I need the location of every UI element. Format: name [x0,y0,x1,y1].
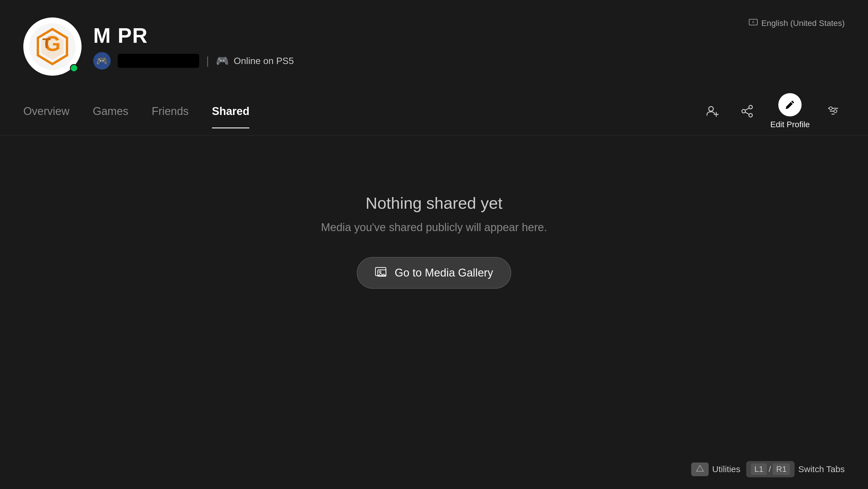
svg-line-13 [745,108,749,110]
r1-label: R1 [773,463,790,475]
filter-button[interactable] [822,100,845,123]
svg-text:A: A [752,20,754,24]
tab-games[interactable]: Games [93,100,128,122]
svg-text:T: T [42,35,51,51]
utilities-label: Utilities [712,464,740,474]
switch-tabs-btn[interactable]: L1 / R1 Switch Tabs [746,461,845,477]
empty-title: Nothing shared yet [366,194,502,213]
online-indicator [70,64,78,72]
share-button[interactable] [736,100,759,123]
language-indicator: A English (United States) [749,18,845,29]
triangle-badge [691,462,709,476]
svg-point-18 [829,107,832,110]
language-icon: A [749,18,758,29]
main-content: Nothing shared yet Media you've shared p… [0,135,868,347]
ps5-icon: 🎮 [216,55,229,67]
user-details: 🎮 | 🎮 Online on PS5 [93,52,294,70]
navigation: Overview Games Friends Shared [0,87,868,135]
empty-subtitle: Media you've shared publicly will appear… [321,221,547,234]
slash-label: / [769,464,771,474]
follow-button[interactable] [701,100,724,123]
l1-r1-badge: L1 / R1 [746,461,795,477]
avatar-container: G T [23,18,82,76]
media-gallery-icon [375,266,389,280]
online-status-text: Online on PS5 [234,56,293,66]
user-info: M PR 🎮 | 🎮 Online on PS5 [93,24,294,70]
online-status: 🎮 Online on PS5 [216,55,293,67]
svg-point-7 [709,106,713,111]
edit-profile-label: Edit Profile [770,120,810,129]
username: M PR [93,24,294,47]
svg-point-19 [834,110,837,112]
game-avatar-icon: 🎮 [93,52,111,70]
tab-shared[interactable]: Shared [212,100,250,122]
media-gallery-button[interactable]: Go to Media Gallery [357,257,511,289]
utilities-btn[interactable]: Utilities [691,462,740,476]
switch-tabs-label: Switch Tabs [798,464,845,474]
header: G T M PR 🎮 | 🎮 Online on PS5 A English (… [0,0,868,87]
bottom-bar: Utilities L1 / R1 Switch Tabs [691,461,845,477]
username-tag [118,54,199,68]
separator: | [206,55,209,67]
l1-label: L1 [751,463,767,475]
language-text: English (United States) [762,19,845,28]
svg-line-14 [745,112,749,115]
nav-tabs: Overview Games Friends Shared [23,100,249,122]
svg-marker-23 [696,465,704,471]
nav-actions: Edit Profile [701,93,845,129]
tab-friends[interactable]: Friends [152,100,189,122]
svg-point-22 [379,271,381,273]
edit-profile-button[interactable] [778,93,802,117]
tab-overview[interactable]: Overview [23,100,69,122]
edit-profile-container: Edit Profile [770,93,810,129]
media-gallery-label: Go to Media Gallery [395,267,493,279]
